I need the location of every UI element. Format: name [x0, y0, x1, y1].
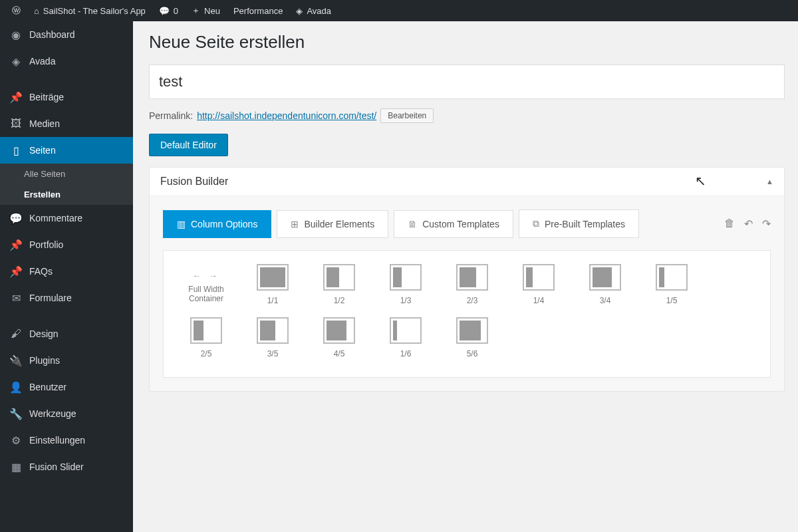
column-swatch [589, 264, 621, 291]
column-option-1-2[interactable]: 1/2 [306, 264, 372, 305]
new-link[interactable]: ＋Neu [185, 0, 227, 21]
wrench-icon: 🔧 [9, 407, 23, 420]
column-option-1-5[interactable]: 1/5 [638, 264, 705, 305]
sidebar-item-plugins[interactable]: 🔌Plugins [0, 347, 133, 374]
tab-column-options[interactable]: ▥Column Options [163, 210, 271, 238]
column-swatch [456, 317, 488, 344]
column-option-2-3[interactable]: 2/3 [439, 264, 505, 305]
sidebar-item-tools[interactable]: 🔧Werkzeuge [0, 400, 133, 427]
column-options-grid: ← → Full Width Container 1/11/21/32/31/4… [163, 250, 771, 378]
column-label: 1/6 [372, 349, 439, 358]
full-width-container-option[interactable]: ← → Full Width Container [173, 264, 239, 305]
dashboard-icon: ◉ [9, 28, 23, 41]
column-option-4-5[interactable]: 4/5 [306, 317, 372, 358]
pin-icon: 📌 [9, 90, 23, 104]
column-swatch [523, 264, 555, 291]
performance-link[interactable]: Performance [227, 0, 289, 21]
column-label: 1/5 [638, 296, 705, 305]
column-swatch [456, 264, 488, 291]
media-icon: 🖾 [9, 117, 23, 130]
pin-icon: 📌 [9, 238, 23, 251]
column-option-5-6[interactable]: 5/6 [439, 317, 505, 358]
sidebar-item-dashboard[interactable]: ◉Dashboard [0, 21, 133, 48]
plugin-icon: 🔌 [9, 354, 23, 367]
column-label: 4/5 [306, 349, 372, 358]
site-link[interactable]: ⌂SailShot - The Sailor's App [27, 0, 152, 21]
admin-bar: ⓦ ⌂SailShot - The Sailor's App 💬0 ＋Neu P… [0, 0, 798, 21]
column-swatch [323, 264, 355, 291]
column-option-3-4[interactable]: 3/4 [572, 264, 638, 305]
trash-icon[interactable]: 🗑 [724, 217, 735, 230]
avada-icon: ◈ [9, 55, 23, 68]
tab-custom-templates[interactable]: 🗎Custom Templates [394, 210, 513, 238]
column-swatch [656, 264, 688, 291]
comment-icon: 💬 [9, 211, 23, 225]
column-option-1-6[interactable]: 1/6 [372, 317, 439, 358]
comment-icon: 💬 [159, 6, 170, 16]
sidebar-item-media[interactable]: 🖾Medien [0, 110, 133, 137]
tab-prebuilt-templates[interactable]: ⧉Pre-Built Templates [519, 209, 639, 238]
redo-icon[interactable]: ↷ [762, 217, 771, 230]
column-option-1-1[interactable]: 1/1 [239, 264, 306, 305]
sidebar-item-portfolio[interactable]: 📌Portfolio [0, 231, 133, 258]
plus-icon: ＋ [192, 5, 200, 17]
column-label: 2/3 [439, 296, 505, 305]
undo-icon[interactable]: ↶ [744, 217, 753, 230]
collapse-icon[interactable]: ▲ [766, 178, 773, 186]
template-icon: 🗎 [408, 219, 417, 229]
submenu-all-pages[interactable]: Alle Seiten [0, 164, 133, 184]
fusion-panel-header[interactable]: Fusion Builder ▲ [150, 168, 784, 196]
pin-icon: 📌 [9, 265, 23, 278]
sidebar-item-formulare[interactable]: ✉Formulare [0, 285, 133, 311]
sidebar-item-comments[interactable]: 💬Kommentare [0, 205, 133, 231]
avada-link[interactable]: ◈Avada [289, 0, 338, 21]
column-swatch [190, 317, 222, 344]
columns-icon: ▥ [177, 219, 186, 229]
avada-icon: ◈ [296, 6, 303, 16]
default-editor-button[interactable]: Default Editor [149, 134, 228, 156]
sidebar-submenu-pages: Alle Seiten Erstellen [0, 164, 133, 205]
permalink-row: Permalink: http://sailshot.independentun… [149, 108, 785, 123]
column-option-3-5[interactable]: 3/5 [239, 317, 306, 358]
sidebar-item-settings[interactable]: ⚙Einstellungen [0, 427, 133, 454]
home-icon: ⌂ [34, 6, 39, 16]
user-icon: 👤 [9, 380, 23, 394]
column-option-1-4[interactable]: 1/4 [505, 264, 572, 305]
sidebar-item-pages[interactable]: ▯Seiten [0, 137, 133, 164]
fusion-panel-body: ▥Column Options ⊞Builder Elements 🗎Custo… [150, 196, 784, 391]
column-swatch [390, 317, 422, 344]
column-label: 2/5 [173, 349, 239, 358]
fusion-toolbar: 🗑 ↶ ↷ [724, 217, 771, 230]
site-title: SailShot - The Sailor's App [43, 6, 146, 16]
slider-icon: ▦ [9, 460, 23, 473]
wp-logo[interactable]: ⓦ [5, 0, 27, 21]
wordpress-icon: ⓦ [12, 5, 21, 17]
column-swatch [257, 317, 289, 344]
brush-icon: 🖌 [9, 327, 23, 340]
sidebar-item-fusion-slider[interactable]: ▦Fusion Slider [0, 454, 133, 480]
column-label: 1/4 [505, 296, 572, 305]
fusion-panel-title: Fusion Builder [160, 176, 228, 188]
page-title-input[interactable] [149, 65, 785, 99]
admin-sidebar: ◉Dashboard ◈Avada 📌Beiträge 🖾Medien ▯Sei… [0, 21, 133, 532]
sidebar-item-posts[interactable]: 📌Beiträge [0, 84, 133, 110]
column-label: 1/1 [239, 296, 306, 305]
prebuilt-icon: ⧉ [533, 218, 539, 229]
column-option-1-3[interactable]: 1/3 [372, 264, 439, 305]
sidebar-item-faqs[interactable]: 📌FAQs [0, 258, 133, 285]
permalink-url[interactable]: http://sailshot.independentunicorn.com/t… [197, 110, 376, 121]
column-option-2-5[interactable]: 2/5 [173, 317, 239, 358]
permalink-label: Permalink: [149, 110, 193, 121]
fusion-builder-panel: Fusion Builder ▲ ▥Column Options ⊞Builde… [149, 167, 785, 392]
edit-permalink-button[interactable]: Bearbeiten [380, 108, 434, 123]
sidebar-item-users[interactable]: 👤Benutzer [0, 374, 133, 400]
tab-builder-elements[interactable]: ⊞Builder Elements [277, 210, 388, 238]
comments-link[interactable]: 💬0 [152, 0, 185, 21]
column-label: 3/4 [572, 296, 638, 305]
page-heading: Neue Seite erstellen [149, 32, 785, 53]
column-swatch [257, 264, 289, 291]
sidebar-item-avada[interactable]: ◈Avada [0, 48, 133, 74]
submenu-create-page[interactable]: Erstellen [0, 184, 133, 205]
arrows-icon: ← → [173, 271, 239, 281]
sidebar-item-design[interactable]: 🖌Design [0, 321, 133, 347]
